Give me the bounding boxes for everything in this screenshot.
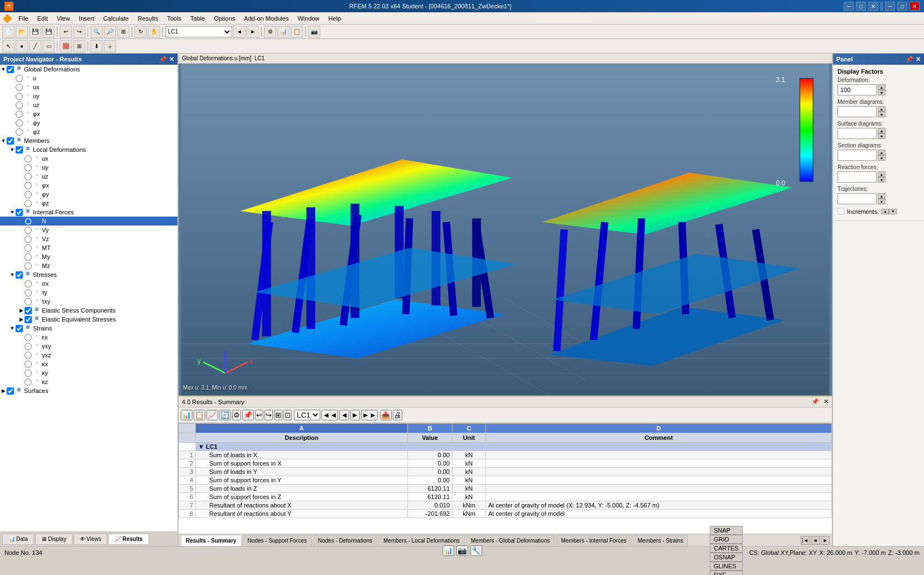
save-btn[interactable]: 💾 bbox=[29, 26, 41, 38]
deformation-down-btn[interactable]: ▼ bbox=[878, 90, 886, 95]
tree-radio-if-Vz[interactable] bbox=[25, 236, 32, 243]
section-diag-down-btn[interactable]: ▼ bbox=[878, 155, 886, 161]
tree-item-if-MT[interactable]: ○MT bbox=[0, 243, 177, 252]
load-btn[interactable]: ⬇ bbox=[90, 40, 103, 52]
member-diag-down-btn[interactable]: ▼ bbox=[878, 112, 886, 117]
tree-radio-st-gxz[interactable] bbox=[25, 352, 32, 359]
tree-radio-if-N[interactable] bbox=[25, 218, 32, 225]
tree-item-st-gxz[interactable]: ○γxz bbox=[0, 351, 177, 360]
tree-item-uy[interactable]: ○uy bbox=[0, 92, 177, 100]
table-row[interactable]: 4 Sum of support forces in Y 0.00 kN bbox=[179, 476, 832, 485]
grid-indicator[interactable]: GRID bbox=[710, 535, 742, 544]
tree-item-if-Vz[interactable]: ○Vz bbox=[0, 234, 177, 243]
maximize-btn[interactable]: □ bbox=[897, 2, 907, 11]
tree-item-st-kz[interactable]: ○κz bbox=[0, 377, 177, 386]
tree-item-m-phiz[interactable]: ○φz bbox=[0, 199, 177, 208]
tree-item-st-ky[interactable]: ○κy bbox=[0, 368, 177, 377]
tree-check-local-def[interactable] bbox=[16, 146, 23, 154]
tree-radio-m-phiz[interactable] bbox=[25, 200, 32, 207]
menu-options[interactable]: Options bbox=[209, 14, 239, 23]
tree-item-m-phiy[interactable]: ○φy bbox=[0, 190, 177, 199]
zoom-out-btn[interactable]: 🔎 bbox=[104, 26, 116, 38]
tree-radio-st-ty[interactable] bbox=[25, 289, 32, 296]
tree-check-members[interactable] bbox=[7, 137, 14, 145]
tree-radio-if-My[interactable] bbox=[25, 253, 32, 261]
snap-indicator[interactable]: SNAP bbox=[710, 526, 742, 535]
res-tb-9[interactable]: ⊞ bbox=[274, 410, 282, 420]
undo-btn[interactable]: ↩ bbox=[60, 26, 72, 38]
tree-radio-uz[interactable] bbox=[16, 102, 23, 109]
menu-calculate[interactable]: Calculate bbox=[99, 14, 133, 23]
tree-item-if-N[interactable]: ○N bbox=[0, 217, 177, 226]
tree-radio-if-MT[interactable] bbox=[25, 245, 32, 252]
surface-diag-down-btn[interactable]: ▼ bbox=[878, 133, 886, 139]
increments-checkbox[interactable] bbox=[838, 208, 845, 215]
surface-diagrams-input[interactable] bbox=[838, 128, 877, 139]
expand-lc-icon[interactable]: ▼ bbox=[198, 443, 204, 450]
material-btn[interactable]: 🧱 bbox=[60, 40, 72, 52]
open-btn[interactable]: 📂 bbox=[16, 26, 28, 38]
inner-close-btn[interactable]: ✕ bbox=[868, 2, 878, 11]
res-next-btn[interactable]: ► bbox=[350, 410, 360, 420]
tree-item-if-My[interactable]: ○My bbox=[0, 252, 177, 261]
tree-item-uz[interactable]: ○uz bbox=[0, 100, 177, 109]
tree-radio-st-kx[interactable] bbox=[25, 361, 32, 368]
tree-check-internal-forces[interactable] bbox=[16, 209, 23, 216]
tree-radio-if-Mz[interactable] bbox=[25, 262, 32, 270]
reaction-forces-up-btn[interactable]: ▲ bbox=[878, 171, 886, 177]
tree-radio-ux[interactable] bbox=[16, 84, 23, 91]
inner-minimize-btn[interactable]: ─ bbox=[844, 2, 854, 11]
tree-radio-m-phix[interactable] bbox=[25, 182, 32, 189]
dxf-indicator[interactable]: DXF bbox=[710, 571, 742, 576]
next-lc-btn[interactable]: ► bbox=[247, 26, 259, 38]
tree-check-surfaces[interactable] bbox=[7, 387, 14, 395]
increments-down-btn[interactable]: ▼ bbox=[889, 209, 897, 214]
tree-item-if-Mz[interactable]: ○Mz bbox=[0, 261, 177, 270]
save-as-btn[interactable]: 💾 bbox=[42, 26, 55, 38]
deformation-up-btn[interactable]: ▲ bbox=[878, 84, 886, 90]
tree-item-members[interactable]: ▼▦Members bbox=[0, 136, 177, 145]
res-tb-2[interactable]: 📋 bbox=[194, 410, 205, 420]
tree-radio-st-ky[interactable] bbox=[25, 370, 32, 377]
res-tb-3[interactable]: 📈 bbox=[206, 410, 218, 420]
res-tb-4[interactable]: 🔄 bbox=[219, 410, 231, 420]
section-diag-up-btn[interactable]: ▲ bbox=[878, 150, 886, 155]
pin-icon[interactable]: 📌 bbox=[159, 56, 167, 63]
tree-item-if-Vy[interactable]: ○Vy bbox=[0, 226, 177, 234]
rotate-btn[interactable]: ↻ bbox=[134, 26, 147, 38]
calc-btn[interactable]: ⚙ bbox=[264, 26, 276, 38]
tree-radio-uy[interactable] bbox=[16, 93, 23, 100]
tree-item-st-gxy[interactable]: ○γxy bbox=[0, 342, 177, 351]
menu-file[interactable]: File bbox=[14, 14, 33, 23]
tree-radio-if-Vy[interactable] bbox=[25, 227, 32, 234]
tree-item-u[interactable]: ○u bbox=[0, 74, 177, 83]
res-prev-btn[interactable]: ◄◄ bbox=[321, 410, 338, 420]
trajectories-down-btn[interactable]: ▼ bbox=[878, 199, 886, 204]
tree-item-surfaces[interactable]: ▶▦Surfaces bbox=[0, 386, 177, 395]
tree-radio-u[interactable] bbox=[16, 75, 23, 82]
tree-expand-elastic-equiv[interactable]: ▶ bbox=[18, 316, 25, 323]
tree-radio-m-phiy[interactable] bbox=[25, 191, 32, 198]
trajectories-input[interactable] bbox=[838, 193, 877, 204]
tree-item-st-kx[interactable]: ○κx bbox=[0, 360, 177, 368]
reaction-forces-down-btn[interactable]: ▼ bbox=[878, 177, 886, 183]
tree-container[interactable]: ▼▦Global Deformations○u○ux○uy○uz○φx○φy○φ… bbox=[0, 65, 177, 531]
menu-addon[interactable]: Add-on Modules bbox=[239, 14, 293, 23]
tree-radio-st-ex[interactable] bbox=[25, 334, 32, 341]
res-lc-selector[interactable]: LC1 bbox=[294, 410, 320, 420]
tree-item-st-ty[interactable]: ○τy bbox=[0, 288, 177, 297]
tree-expand-strains[interactable]: ▼ bbox=[9, 325, 16, 332]
close-results-btn[interactable]: ✕ bbox=[824, 398, 829, 405]
res-tb-8[interactable]: ↪ bbox=[264, 410, 273, 420]
tree-item-m-phix[interactable]: ○φx bbox=[0, 181, 177, 190]
new-btn[interactable]: 📄 bbox=[2, 26, 15, 38]
res-prev2-btn[interactable]: ◄ bbox=[339, 410, 349, 420]
menu-window[interactable]: Window bbox=[293, 14, 324, 23]
tree-item-internal-forces[interactable]: ▼▦Internal Forces bbox=[0, 208, 177, 217]
menu-results[interactable]: Results bbox=[133, 14, 163, 23]
table-row[interactable]: 7 Resultant of reactions about X 0.010 k… bbox=[179, 501, 832, 510]
3d-viewport[interactable]: Global Deformations u [mm] LC1 bbox=[179, 54, 832, 395]
table-row[interactable]: 1 Sum of loads in X 0.00 kN bbox=[179, 451, 832, 459]
tree-radio-m-uy[interactable] bbox=[25, 164, 32, 171]
table-row[interactable]: 8 Resultant of reactions about Y -201.69… bbox=[179, 510, 832, 518]
